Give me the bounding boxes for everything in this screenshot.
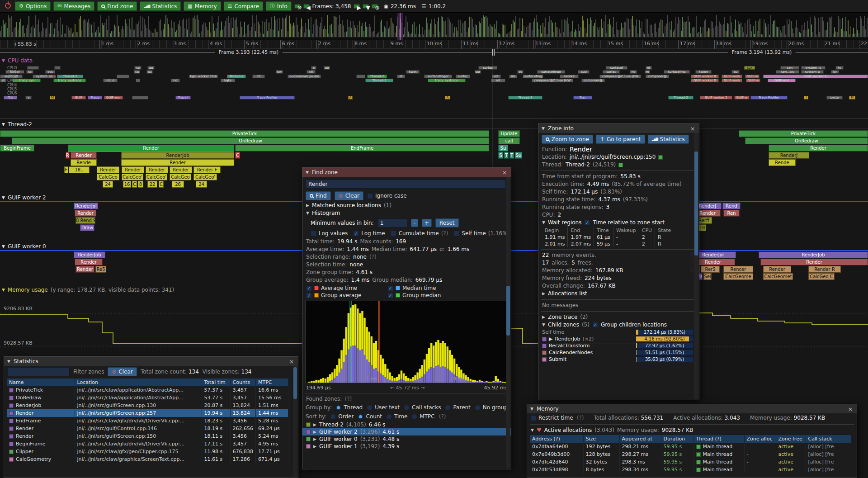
allocation-row[interactable]: 0x7e049b3d00128 bytes298.27 ms59.95 sMai… (530, 450, 851, 458)
cpu-zone[interactable]: GUIF-work (722, 79, 742, 82)
find-zone-histogram[interactable]: 1 ms10 ms (306, 301, 507, 383)
find-zone-button[interactable]: Find zone (97, 1, 137, 11)
collapse-button[interactable]: ▼ (306, 170, 309, 175)
zone[interactable]: Ren (723, 210, 740, 217)
zone[interactable]: Sel (703, 273, 712, 280)
group-average-toggle[interactable]: ✓Group average (306, 292, 383, 298)
cpu-zone[interactable] (356, 75, 365, 78)
expander-icon[interactable]: ▶ (542, 314, 545, 321)
column-header[interactable]: Address (?) (530, 435, 583, 443)
zone[interactable]: Render (170, 166, 192, 173)
find-button[interactable]: Find (306, 191, 331, 200)
zone[interactable]: CalcGeo C (808, 273, 835, 280)
zone[interactable]: R (66, 152, 70, 159)
child-zone-row[interactable]: Self time172.14 μs (3.83%) (538, 329, 699, 336)
thread-header-guif-worker-2[interactable]: ▼ GUIF worker 2 (2, 194, 46, 201)
cpu-zone[interactable]: surfacef (606, 66, 627, 70)
zone[interactable]: Render (75, 259, 103, 265)
parent-radio[interactable]: Parent (445, 404, 470, 411)
cpu-zone[interactable]: et (517, 70, 524, 74)
filter-zones-input[interactable] (7, 367, 70, 376)
cpu-zone[interactable]: syste (826, 96, 843, 99)
zone[interactable]: 24 (196, 181, 207, 188)
zone[interactable]: OnRedraw (12, 137, 489, 144)
cpu-zone[interactable]: surfacefinger (424, 75, 452, 78)
zone[interactable]: BeginFrame (0, 145, 34, 151)
cpu-zone[interactable]: et (646, 66, 652, 70)
self-time-checkbox[interactable]: Self time(1.16%) (453, 230, 509, 237)
zone[interactable]: 16 (123, 181, 131, 188)
zone[interactable]: RenderJob (121, 152, 234, 159)
cpu-zone[interactable]: Tracy Profiler (240, 96, 295, 99)
cumulate-time-checkbox[interactable]: Cumulate time(?) (391, 230, 448, 237)
cpu-zone[interactable] (27, 66, 39, 70)
allocation-row[interactable]: 0x7dfaa64e00192 bytes298.21 ms59.95 sMai… (530, 443, 851, 450)
info-button[interactable]: ⓘInfo (266, 1, 292, 11)
cpu-zone[interactable]: Thread-2 (365, 79, 393, 82)
zone[interactable]: PrivateTick (739, 130, 868, 137)
cpu-zone[interactable]: GUIF-w (746, 79, 760, 82)
statistics-button[interactable]: ▂▅▇Statistics (140, 1, 181, 11)
cpu-zone[interactable]: composer@ (646, 75, 669, 78)
cpu-zone[interactable]: aud (578, 70, 590, 74)
cpu-zone[interactable]: nd (171, 79, 180, 82)
zone[interactable]: Render (122, 166, 144, 173)
allocation-row[interactable]: 0x7dfc42d64032 bytes298.3 ms59.95 sMain … (530, 458, 851, 466)
time-ruler[interactable]: +55.83 s 1 ms2 ms3 ms4 ms5 ms6 ms7 ms8 m… (0, 40, 868, 49)
min-bin-increase-button[interactable]: + (422, 219, 432, 227)
cpu-zone[interactable]: Thread-2 (57, 75, 83, 78)
zone[interactable]: Render R (808, 266, 841, 273)
cpu-zone[interactable]: no (630, 70, 637, 74)
call-stack[interactable]: [alloc] [fre (806, 466, 851, 473)
expander-icon[interactable]: ▼ (531, 427, 534, 434)
frame-label[interactable]: Frame 3,193 (22.45 ms) (215, 49, 283, 55)
cpu-zone[interactable]: GUIF worker 0 (691, 79, 719, 82)
child-zone-row[interactable]: CalcRenderNodes51.51 μs (1.15%) (538, 349, 699, 356)
expander-icon[interactable]: ▶ (313, 444, 316, 449)
zone[interactable]: T (509, 152, 514, 159)
cpu-zone[interactable]: system_is (801, 66, 826, 70)
table-row[interactable]: CalcGeometryjni/../jni/src/claw/graphics… (7, 455, 288, 463)
cpu-zone[interactable]: cfi (307, 70, 316, 74)
power-button[interactable] (4, 3, 12, 10)
thread-header-guif-worker-0[interactable]: ▼ GUIF worker 0 (2, 243, 46, 250)
zone[interactable]: Render (75, 210, 96, 217)
zone[interactable]: C (235, 152, 240, 159)
cpu-zone[interactable]: GUIF-w (745, 75, 760, 78)
cpu-zone[interactable]: GUIF (71, 96, 86, 99)
median-time-toggle[interactable]: ✓Median time (387, 285, 464, 291)
allocation-row[interactable]: 0x7dfc53d8988 bytes298.34 ms59.95 sMain … (530, 466, 851, 473)
cpu-zone[interactable]: GUIF worker 0 (691, 75, 719, 78)
column-header[interactable]: Counts (230, 379, 256, 386)
cpu-zone[interactable]: aux (744, 66, 755, 70)
scrollbar-thumb[interactable] (293, 367, 297, 399)
cpu-zone[interactable]: et (397, 75, 405, 78)
cpu-zone[interactable]: au (731, 70, 740, 74)
cpu-zone[interactable] (117, 75, 129, 78)
cpu-zone[interactable]: rot (492, 75, 501, 78)
expander-icon[interactable]: ▼ (542, 219, 545, 226)
column-header[interactable]: Zone alloc (744, 435, 776, 443)
zone[interactable]: OnRedraw (745, 137, 868, 144)
cpu-zone[interactable]: m (645, 70, 650, 74)
cpu-zone[interactable] (54, 66, 61, 70)
zone[interactable]: Rende (71, 159, 97, 166)
column-header[interactable]: Total tim (202, 379, 230, 386)
table-row[interactable]: EndFramejni/../jni/src/claw/gfx/drv/vk/D… (7, 417, 288, 425)
time-radio[interactable]: Time (386, 413, 407, 420)
find-zone-search-input[interactable] (306, 180, 506, 189)
zone[interactable]: Su (498, 145, 508, 151)
frame-minimap[interactable] (0, 13, 868, 40)
zone[interactable]: T (504, 152, 509, 159)
frame-dropdown-button[interactable]: ▼ (363, 4, 369, 9)
restrict-time-checkbox[interactable]: Restrict time (530, 415, 573, 421)
call-stack[interactable]: [alloc] [fre (806, 458, 851, 466)
zone[interactable]: Rencer (723, 266, 753, 273)
min-bin-input[interactable] (377, 218, 407, 227)
zone[interactable]: Render (769, 145, 868, 151)
checkbox[interactable]: ✓ (592, 322, 598, 328)
zone[interactable]: F (64, 166, 68, 173)
table-row[interactable]: RenderJobjni/../jni/src/guif/Screen.cpp:… (7, 402, 288, 409)
cpu-zone[interactable]: Trac (573, 96, 592, 99)
clear-filter-button[interactable]: ⊘Clear (108, 367, 137, 376)
